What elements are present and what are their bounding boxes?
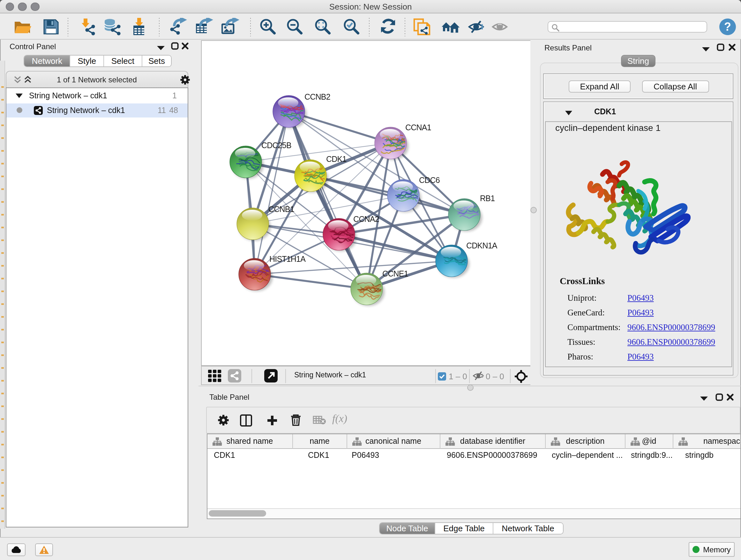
svg-text:CDK1: CDK1	[326, 154, 347, 163]
svg-text:RB1: RB1	[480, 193, 495, 202]
svg-text:CCNA1: CCNA1	[405, 123, 431, 132]
svg-text:CCNB2: CCNB2	[305, 92, 330, 101]
svg-text:CDKN1A: CDKN1A	[466, 241, 497, 250]
svg-text:CDC25B: CDC25B	[261, 140, 291, 149]
svg-text:CDC6: CDC6	[419, 175, 440, 184]
svg-text:CCNE1: CCNE1	[382, 269, 408, 278]
svg-text:?: ?	[724, 20, 731, 33]
svg-text:CCNA2: CCNA2	[353, 214, 379, 223]
svg-text:HIST1H1A: HIST1H1A	[269, 254, 306, 263]
svg-text:CCNB1: CCNB1	[268, 204, 294, 213]
